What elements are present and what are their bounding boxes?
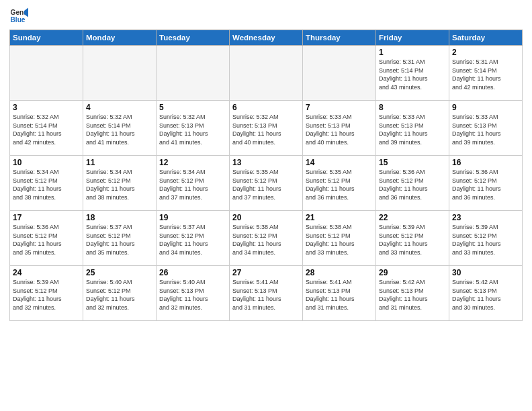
calendar-cell: 16Sunrise: 5:36 AMSunset: 5:12 PMDayligh… xyxy=(449,156,523,211)
calendar-cell: 1Sunrise: 5:31 AMSunset: 5:14 PMDaylight… xyxy=(376,46,449,101)
day-info: Sunrise: 5:32 AMSunset: 5:13 PMDaylight:… xyxy=(232,113,300,146)
calendar-cell: 8Sunrise: 5:33 AMSunset: 5:13 PMDaylight… xyxy=(376,101,449,156)
calendar-cell: 25Sunrise: 5:40 AMSunset: 5:12 PMDayligh… xyxy=(83,266,157,321)
calendar-cell: 17Sunrise: 5:36 AMSunset: 5:12 PMDayligh… xyxy=(10,211,83,266)
day-info: Sunrise: 5:36 AMSunset: 5:12 PMDaylight:… xyxy=(13,223,80,257)
calendar-cell: 19Sunrise: 5:37 AMSunset: 5:12 PMDayligh… xyxy=(157,211,230,266)
calendar-cell: 29Sunrise: 5:42 AMSunset: 5:13 PMDayligh… xyxy=(376,266,449,321)
weekday-header-sunday: Sunday xyxy=(10,30,83,46)
day-number: 16 xyxy=(452,158,519,167)
day-number: 10 xyxy=(13,158,80,167)
calendar-cell: 23Sunrise: 5:39 AMSunset: 5:12 PMDayligh… xyxy=(449,211,523,266)
day-info: Sunrise: 5:34 AMSunset: 5:12 PMDaylight:… xyxy=(13,168,80,201)
day-number: 12 xyxy=(159,158,226,167)
day-info: Sunrise: 5:35 AMSunset: 5:12 PMDaylight:… xyxy=(306,168,373,201)
calendar-cell: 7Sunrise: 5:33 AMSunset: 5:13 PMDaylight… xyxy=(303,101,376,156)
day-number: 11 xyxy=(86,158,153,167)
day-info: Sunrise: 5:39 AMSunset: 5:12 PMDaylight:… xyxy=(379,223,446,257)
day-info: Sunrise: 5:42 AMSunset: 5:13 PMDaylight:… xyxy=(379,278,446,312)
day-number: 15 xyxy=(379,158,446,167)
day-number: 3 xyxy=(13,103,80,112)
week-row-3: 17Sunrise: 5:36 AMSunset: 5:12 PMDayligh… xyxy=(10,211,523,266)
calendar-cell: 26Sunrise: 5:40 AMSunset: 5:13 PMDayligh… xyxy=(157,266,230,321)
day-number: 24 xyxy=(13,268,80,277)
calendar-body: 1Sunrise: 5:31 AMSunset: 5:14 PMDaylight… xyxy=(10,46,523,321)
day-number: 8 xyxy=(379,103,446,112)
page-container: General Blue SundayMondayTuesdayWednesda… xyxy=(0,0,532,326)
calendar-cell: 11Sunrise: 5:34 AMSunset: 5:12 PMDayligh… xyxy=(83,156,157,211)
day-info: Sunrise: 5:41 AMSunset: 5:13 PMDaylight:… xyxy=(306,278,373,312)
day-number: 1 xyxy=(379,48,446,57)
calendar-cell: 22Sunrise: 5:39 AMSunset: 5:12 PMDayligh… xyxy=(376,211,449,266)
day-number: 21 xyxy=(306,213,373,222)
weekday-header-wednesday: Wednesday xyxy=(230,30,303,46)
logo-icon: General Blue xyxy=(9,7,28,26)
weekday-header-row: SundayMondayTuesdayWednesdayThursdayFrid… xyxy=(10,30,523,46)
day-info: Sunrise: 5:35 AMSunset: 5:12 PMDaylight:… xyxy=(232,168,300,201)
day-number: 6 xyxy=(232,103,300,112)
calendar-cell: 28Sunrise: 5:41 AMSunset: 5:13 PMDayligh… xyxy=(303,266,376,321)
day-info: Sunrise: 5:40 AMSunset: 5:13 PMDaylight:… xyxy=(159,278,226,312)
day-info: Sunrise: 5:38 AMSunset: 5:12 PMDaylight:… xyxy=(232,223,300,257)
calendar-cell: 24Sunrise: 5:39 AMSunset: 5:12 PMDayligh… xyxy=(10,266,83,321)
calendar-cell: 18Sunrise: 5:37 AMSunset: 5:12 PMDayligh… xyxy=(83,211,157,266)
calendar-cell xyxy=(157,46,230,101)
day-info: Sunrise: 5:31 AMSunset: 5:14 PMDaylight:… xyxy=(379,58,446,91)
day-number: 29 xyxy=(379,268,446,277)
calendar-cell: 9Sunrise: 5:33 AMSunset: 5:13 PMDaylight… xyxy=(449,101,523,156)
day-info: Sunrise: 5:33 AMSunset: 5:13 PMDaylight:… xyxy=(452,113,519,146)
day-info: Sunrise: 5:36 AMSunset: 5:12 PMDaylight:… xyxy=(379,168,446,201)
day-number: 19 xyxy=(159,213,226,222)
day-number: 30 xyxy=(452,268,519,277)
day-info: Sunrise: 5:37 AMSunset: 5:12 PMDaylight:… xyxy=(159,223,226,257)
day-number: 2 xyxy=(452,48,519,57)
day-info: Sunrise: 5:32 AMSunset: 5:13 PMDaylight:… xyxy=(159,113,226,146)
day-number: 22 xyxy=(379,213,446,222)
day-info: Sunrise: 5:33 AMSunset: 5:13 PMDaylight:… xyxy=(306,113,373,146)
weekday-header-monday: Monday xyxy=(83,30,157,46)
calendar-cell: 4Sunrise: 5:32 AMSunset: 5:14 PMDaylight… xyxy=(83,101,157,156)
day-number: 4 xyxy=(86,103,153,112)
logo: General Blue xyxy=(9,7,28,26)
day-number: 7 xyxy=(306,103,373,112)
day-info: Sunrise: 5:31 AMSunset: 5:14 PMDaylight:… xyxy=(452,58,519,91)
calendar-cell: 12Sunrise: 5:34 AMSunset: 5:12 PMDayligh… xyxy=(157,156,230,211)
calendar-cell: 13Sunrise: 5:35 AMSunset: 5:12 PMDayligh… xyxy=(230,156,303,211)
day-number: 28 xyxy=(306,268,373,277)
week-row-1: 3Sunrise: 5:32 AMSunset: 5:14 PMDaylight… xyxy=(10,101,523,156)
calendar-cell xyxy=(230,46,303,101)
calendar-cell: 5Sunrise: 5:32 AMSunset: 5:13 PMDaylight… xyxy=(157,101,230,156)
calendar-cell: 21Sunrise: 5:38 AMSunset: 5:12 PMDayligh… xyxy=(303,211,376,266)
day-number: 20 xyxy=(232,213,300,222)
day-info: Sunrise: 5:34 AMSunset: 5:12 PMDaylight:… xyxy=(86,168,153,201)
day-number: 25 xyxy=(86,268,153,277)
day-info: Sunrise: 5:36 AMSunset: 5:12 PMDaylight:… xyxy=(452,168,519,201)
header: General Blue xyxy=(9,7,523,26)
calendar-cell: 20Sunrise: 5:38 AMSunset: 5:12 PMDayligh… xyxy=(230,211,303,266)
day-number: 27 xyxy=(232,268,300,277)
day-number: 23 xyxy=(452,213,519,222)
day-info: Sunrise: 5:40 AMSunset: 5:12 PMDaylight:… xyxy=(86,278,153,312)
calendar-cell xyxy=(10,46,83,101)
calendar: SundayMondayTuesdayWednesdayThursdayFrid… xyxy=(9,30,523,321)
weekday-header-thursday: Thursday xyxy=(303,30,376,46)
calendar-cell: 14Sunrise: 5:35 AMSunset: 5:12 PMDayligh… xyxy=(303,156,376,211)
svg-text:Blue: Blue xyxy=(11,16,26,24)
day-number: 18 xyxy=(86,213,153,222)
day-info: Sunrise: 5:39 AMSunset: 5:12 PMDaylight:… xyxy=(452,223,519,257)
calendar-cell: 10Sunrise: 5:34 AMSunset: 5:12 PMDayligh… xyxy=(10,156,83,211)
day-info: Sunrise: 5:34 AMSunset: 5:12 PMDaylight:… xyxy=(159,168,226,201)
day-number: 9 xyxy=(452,103,519,112)
day-info: Sunrise: 5:32 AMSunset: 5:14 PMDaylight:… xyxy=(86,113,153,146)
calendar-cell: 6Sunrise: 5:32 AMSunset: 5:13 PMDaylight… xyxy=(230,101,303,156)
calendar-cell: 15Sunrise: 5:36 AMSunset: 5:12 PMDayligh… xyxy=(376,156,449,211)
day-number: 14 xyxy=(306,158,373,167)
day-info: Sunrise: 5:33 AMSunset: 5:13 PMDaylight:… xyxy=(379,113,446,146)
calendar-cell xyxy=(83,46,157,101)
calendar-cell xyxy=(303,46,376,101)
day-number: 26 xyxy=(159,268,226,277)
day-info: Sunrise: 5:39 AMSunset: 5:12 PMDaylight:… xyxy=(13,278,80,312)
calendar-cell: 2Sunrise: 5:31 AMSunset: 5:14 PMDaylight… xyxy=(449,46,523,101)
day-number: 17 xyxy=(13,213,80,222)
calendar-cell: 27Sunrise: 5:41 AMSunset: 5:13 PMDayligh… xyxy=(230,266,303,321)
